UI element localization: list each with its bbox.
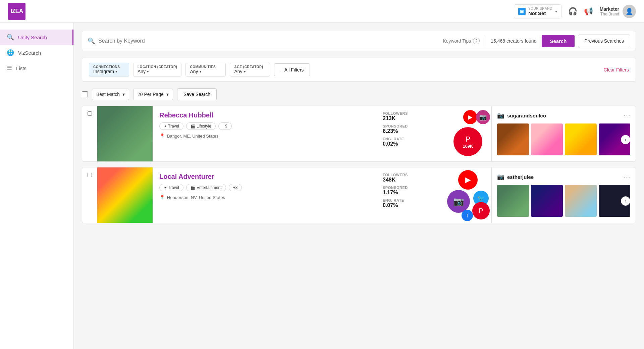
sort-chevron-icon: ▾ xyxy=(122,92,125,97)
sort-select[interactable]: Best Match ▾ xyxy=(92,89,129,100)
previous-searches-button[interactable]: Previous Searches xyxy=(578,35,630,47)
handle-name-1[interactable]: sugarandsoulco xyxy=(507,113,546,118)
stat-eng-rate-2: ENG. RATE 0.07% xyxy=(383,198,439,208)
brand-label: YOUR BRAND xyxy=(528,7,552,10)
clear-filters-button[interactable]: Clear Filters xyxy=(604,67,629,72)
location-text-2: Henderson, NV, United States xyxy=(167,195,225,200)
tag-more-1[interactable]: +9 xyxy=(218,122,232,130)
user-role: The Brand xyxy=(600,12,619,16)
youtube-bubble-2[interactable]: ▶ xyxy=(458,170,478,190)
unity-search-icon: 🔍 xyxy=(7,34,14,41)
card-right-2: 📷 estherjulee ⋯ › xyxy=(491,167,636,223)
entertainment-tag-icon-2: 🎬 xyxy=(191,186,195,190)
sort-label: Best Match xyxy=(96,92,120,97)
per-page-chevron-icon: ▾ xyxy=(166,92,169,97)
stat-sponsored-1: SPONSORED 6.23% xyxy=(383,124,439,134)
pinterest-bubble-2[interactable]: P xyxy=(472,202,490,219)
card-right-1: 📷 sugarandsoulco ⋯ › xyxy=(491,106,636,161)
viz-search-icon: 🌐 xyxy=(7,49,14,56)
brand-info: YOUR BRAND Not Set xyxy=(528,7,552,16)
stat-sponsored-2: SPONSORED 1.17% xyxy=(383,186,439,196)
communities-value: Any ▾ xyxy=(190,69,221,74)
location-chevron-icon: ▾ xyxy=(147,69,149,74)
communities-label: COMMUNITIES xyxy=(190,65,221,69)
handle-name-2[interactable]: estherjulee xyxy=(507,174,534,180)
grid-img-2-2 xyxy=(531,185,563,217)
sidebar-item-viz-search[interactable]: 🌐 VizSearch xyxy=(0,45,73,60)
all-filters-button[interactable]: + All Filters xyxy=(274,63,310,76)
creator-name-1[interactable]: Rebecca Hubbell xyxy=(159,111,371,119)
filters-row: CONNECTIONS Instagram ▾ LOCATION (CREATO… xyxy=(82,58,636,82)
creator-card-1: Rebecca Hubbell ✈ Travel 🎬 Lifestyle +9 … xyxy=(82,106,636,162)
location-filter[interactable]: LOCATION (CREATOR) Any ▾ xyxy=(133,63,181,77)
sidebar-item-label: Lists xyxy=(16,65,26,71)
next-images-arrow-2[interactable]: › xyxy=(621,196,630,206)
brand-selector[interactable]: ▣ YOUR BRAND Not Set ▾ xyxy=(514,4,561,18)
age-label: AGE (CREATOR) xyxy=(234,65,266,69)
creator-checkbox-1[interactable] xyxy=(88,111,92,116)
image-grid-2 xyxy=(497,185,630,217)
per-page-select[interactable]: 20 Per Page ▾ xyxy=(133,89,173,100)
creator-card-2: Local Adventurer ✈ Travel 🎬 Entertainmen… xyxy=(82,167,636,223)
search-button[interactable]: Search xyxy=(542,35,575,47)
save-search-button[interactable]: Save Search xyxy=(177,88,217,100)
tag-lifestyle-1: 🎬 Lifestyle xyxy=(186,122,216,130)
creators-count: 15,468 creators found xyxy=(491,38,536,44)
connections-filter[interactable]: CONNECTIONS Instagram ▾ xyxy=(89,63,129,77)
search-input[interactable] xyxy=(98,38,443,44)
pinterest-icon-1: P xyxy=(466,135,471,144)
logo[interactable]: IZEA xyxy=(8,3,25,20)
youtube-bubble-1[interactable]: ▶ xyxy=(463,110,477,124)
toolbar: Best Match ▾ 20 Per Page ▾ Save Search xyxy=(82,88,636,100)
card-checkbox-1[interactable] xyxy=(82,106,97,161)
app-header: IZEA ▣ YOUR BRAND Not Set ▾ 🎧 📢 Marketer… xyxy=(0,0,644,23)
user-name: Marketer xyxy=(600,6,619,12)
instagram-bubble-2[interactable]: 📷 xyxy=(447,190,470,213)
search-bar: 🔍 Keyword Tips ? 15,468 creators found S… xyxy=(82,31,636,51)
creator-checkbox-2[interactable] xyxy=(88,173,92,177)
headset-icon[interactable]: 🎧 xyxy=(568,7,577,16)
creator-name-2[interactable]: Local Adventurer xyxy=(159,173,371,181)
sidebar-item-label: Unity Search xyxy=(18,35,47,40)
megaphone-icon[interactable]: 📢 xyxy=(584,7,593,16)
card-checkbox-2[interactable] xyxy=(82,167,97,223)
lists-icon: ☰ xyxy=(7,64,12,72)
header-right: ▣ YOUR BRAND Not Set ▾ 🎧 📢 Marketer The … xyxy=(514,4,636,18)
next-images-arrow-1[interactable]: › xyxy=(621,135,630,144)
creator-location-2: 📍 Henderson, NV, United States xyxy=(159,195,371,200)
app-body: 🔍 Unity Search 🌐 VizSearch ☰ Lists 🔍 Key… xyxy=(0,23,644,349)
avatar[interactable]: 👤 xyxy=(623,5,636,18)
more-options-icon-2[interactable]: ⋯ xyxy=(624,173,630,181)
main-content: 🔍 Keyword Tips ? 15,468 creators found S… xyxy=(74,23,644,349)
image-grid-1 xyxy=(497,123,630,155)
tag-more-2[interactable]: +8 xyxy=(229,184,242,191)
sidebar-item-lists[interactable]: ☰ Lists xyxy=(0,60,73,76)
followers-label-2: FOLLOWERS xyxy=(383,173,439,177)
handle-platform-icon-2: 📷 xyxy=(497,173,504,181)
pinterest-bubble-1[interactable]: P 169K xyxy=(453,127,482,156)
connections-chevron-icon: ▾ xyxy=(115,69,117,74)
select-all-checkbox[interactable] xyxy=(82,91,88,97)
sidebar-item-label: VizSearch xyxy=(18,50,41,56)
age-filter[interactable]: AGE (CREATOR) Any ▾ xyxy=(230,63,270,77)
grid-img-2-1 xyxy=(497,185,529,217)
sidebar-item-unity-search[interactable]: 🔍 Unity Search xyxy=(0,30,73,45)
age-value: Any ▾ xyxy=(234,69,266,74)
tag-travel-1: ✈ Travel xyxy=(159,122,183,130)
logo-text: IZEA xyxy=(10,8,23,15)
communities-filter[interactable]: COMMUNITIES Any ▾ xyxy=(185,63,226,77)
card-main-2: Local Adventurer ✈ Travel 🎬 Entertainmen… xyxy=(153,167,377,223)
more-options-icon-1[interactable]: ⋯ xyxy=(624,111,630,119)
creator-tags-1: ✈ Travel 🎬 Lifestyle +9 xyxy=(159,122,371,130)
brand-name: Not Set xyxy=(528,10,552,16)
location-value: Any ▾ xyxy=(138,69,177,74)
divider xyxy=(485,36,485,46)
sponsored-value-2: 1.17% xyxy=(383,190,439,196)
followers-value-1: 213K xyxy=(383,115,439,121)
location-pin-icon-2: 📍 xyxy=(159,195,165,200)
instagram-bubble-1[interactable]: 📷 xyxy=(476,110,490,124)
keyword-tips-help-icon[interactable]: ? xyxy=(473,38,480,44)
communities-chevron-icon: ▾ xyxy=(200,69,202,74)
keyword-tips-label: Keyword Tips xyxy=(443,38,471,44)
facebook-bubble-2[interactable]: f xyxy=(462,210,473,221)
